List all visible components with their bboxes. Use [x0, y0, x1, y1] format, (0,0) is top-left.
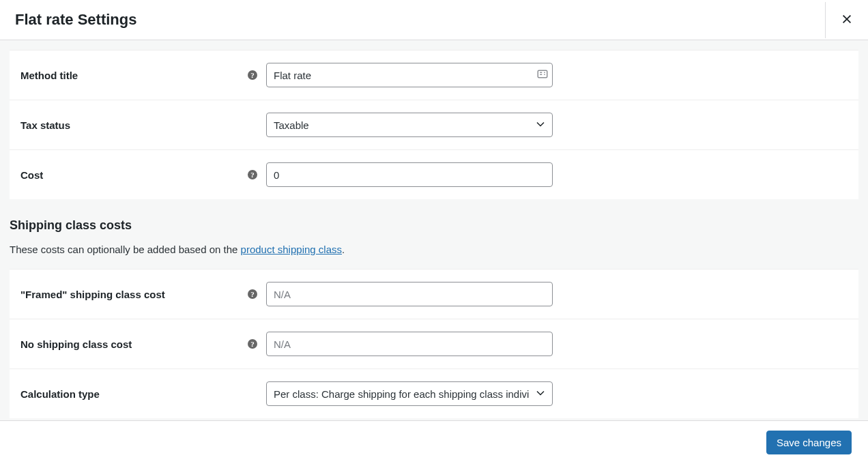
framed-class-cost-label-wrap: "Framed" shipping class cost ? [20, 289, 266, 300]
calculation-type-label-wrap: Calculation type [20, 388, 266, 400]
help-icon[interactable]: ? [247, 289, 258, 300]
tax-status-select[interactable]: Taxable [266, 113, 553, 137]
help-icon[interactable]: ? [247, 70, 258, 81]
no-class-cost-input[interactable] [266, 332, 553, 356]
no-class-cost-label: No shipping class cost [20, 338, 132, 350]
page-title: Flat rate Settings [15, 11, 136, 29]
modal-header: Flat rate Settings [0, 0, 868, 40]
section-title: Shipping class costs [10, 218, 858, 233]
contact-card-icon [536, 68, 549, 83]
framed-class-cost-label: "Framed" shipping class cost [20, 289, 165, 300]
svg-rect-2 [538, 70, 547, 78]
framed-class-cost-input[interactable] [266, 282, 553, 306]
svg-text:?: ? [250, 71, 255, 79]
calculation-type-select[interactable]: Per class: Charge shipping for each ship… [266, 381, 553, 406]
tax-status-label-wrap: Tax status [20, 119, 266, 131]
method-title-row: Method title ? [10, 50, 858, 100]
no-class-cost-row: No shipping class cost ? [10, 319, 858, 369]
main-settings-table: Method title ? Tax status Taxable [10, 50, 858, 199]
svg-text:?: ? [250, 340, 255, 348]
tax-status-row: Tax status Taxable [10, 100, 858, 150]
desc-pre: These costs can optionally be added base… [10, 244, 241, 255]
section-description: These costs can optionally be added base… [0, 241, 868, 269]
close-icon [841, 13, 853, 27]
method-title-input[interactable] [266, 63, 553, 87]
svg-text:?: ? [250, 171, 255, 179]
calculation-type-label: Calculation type [20, 388, 100, 400]
class-costs-table: "Framed" shipping class cost ? No shippi… [10, 269, 858, 418]
desc-post: . [342, 244, 345, 255]
no-class-cost-label-wrap: No shipping class cost ? [20, 338, 266, 350]
svg-text:?: ? [250, 290, 255, 298]
cost-label-wrap: Cost ? [20, 169, 266, 181]
calculation-type-row: Calculation type Per class: Charge shipp… [10, 369, 858, 418]
product-shipping-class-link[interactable]: product shipping class [241, 244, 342, 255]
tax-status-label: Tax status [20, 119, 70, 131]
cost-row: Cost ? [10, 150, 858, 199]
cost-label: Cost [20, 169, 43, 181]
help-icon[interactable]: ? [247, 338, 258, 349]
method-title-label: Method title [20, 70, 78, 81]
framed-class-cost-row: "Framed" shipping class cost ? [10, 270, 858, 319]
method-title-label-wrap: Method title ? [20, 70, 266, 81]
shipping-class-costs-heading: Shipping class costs [0, 199, 868, 241]
close-button[interactable] [825, 2, 868, 38]
help-icon[interactable]: ? [247, 169, 258, 180]
cost-input[interactable] [266, 162, 553, 187]
